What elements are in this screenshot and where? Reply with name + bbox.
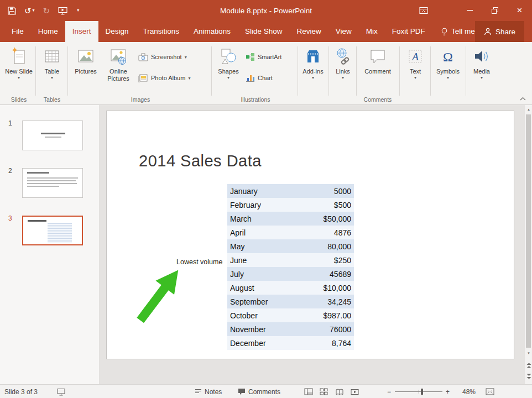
- start-from-beginning-button[interactable]: [58, 7, 67, 15]
- save-button[interactable]: [8, 7, 16, 15]
- ribbon-tab[interactable]: Mix: [359, 21, 385, 42]
- month-cell[interactable]: July: [227, 267, 286, 281]
- slide-thumbnail-1[interactable]: [22, 121, 83, 150]
- month-cell[interactable]: December: [227, 336, 286, 350]
- pictures-button[interactable]: Pictures: [71, 46, 101, 75]
- share-button[interactable]: Share: [475, 21, 524, 42]
- value-cell[interactable]: 80,000: [286, 239, 354, 253]
- ribbon-tab[interactable]: Insert: [65, 21, 98, 42]
- month-cell[interactable]: May: [227, 239, 286, 253]
- online-pictures-button[interactable]: Online Pictures: [103, 46, 134, 82]
- month-cell[interactable]: April: [227, 226, 286, 239]
- undo-caret-icon[interactable]: ▾: [33, 8, 35, 13]
- zoom-out-button[interactable]: −: [387, 385, 391, 398]
- chart-button[interactable]: Chart: [246, 72, 273, 84]
- slide-sorter-view-button[interactable]: [320, 385, 328, 398]
- sales-table[interactable]: January 5000 February $500 March $50,000: [227, 184, 354, 350]
- value-cell[interactable]: 45689: [286, 267, 354, 281]
- minimize-button[interactable]: [457, 0, 482, 21]
- add-ins-button[interactable]: Add-ins ▾: [302, 46, 324, 80]
- month-cell[interactable]: August: [227, 281, 286, 295]
- month-cell[interactable]: February: [227, 198, 286, 212]
- screenshot-button[interactable]: Screenshot ▾: [138, 51, 187, 63]
- slide-title[interactable]: 2014 Sales Data: [139, 152, 262, 170]
- display-settings-icon[interactable]: [57, 385, 65, 398]
- text-button[interactable]: A Text ▾: [404, 46, 427, 80]
- table-row[interactable]: August $10,000: [227, 281, 354, 295]
- media-button[interactable]: Media ▾: [469, 46, 494, 80]
- green-arrow-shape[interactable]: [123, 259, 195, 331]
- links-button[interactable]: Links ▾: [332, 46, 354, 80]
- ribbon-tab[interactable]: Design: [98, 21, 136, 42]
- fit-slide-to-window-button[interactable]: [486, 385, 494, 398]
- value-cell[interactable]: $987.00: [286, 308, 354, 322]
- ribbon-tab[interactable]: View: [328, 21, 359, 42]
- slide-indicator[interactable]: Slide 3 of 3: [4, 385, 38, 398]
- symbols-button[interactable]: Ω Symbols ▾: [434, 46, 462, 80]
- month-cell[interactable]: January: [227, 184, 286, 198]
- zoom-in-button[interactable]: +: [446, 385, 450, 398]
- zoom-slider[interactable]: [395, 385, 442, 398]
- value-cell[interactable]: 5000: [286, 184, 354, 198]
- table-row[interactable]: September 34,245: [227, 295, 354, 308]
- month-cell[interactable]: June: [227, 253, 286, 267]
- restore-button[interactable]: [482, 0, 507, 21]
- slide-thumbnail-2[interactable]: [22, 168, 83, 198]
- customize-qat-button[interactable]: ▾: [76, 8, 79, 13]
- collapse-ribbon-button[interactable]: [518, 95, 528, 102]
- month-cell[interactable]: September: [227, 295, 286, 308]
- table-row[interactable]: June $250: [227, 253, 354, 267]
- next-slide-button[interactable]: [525, 372, 532, 381]
- close-button[interactable]: ×: [507, 0, 532, 21]
- table-row[interactable]: March $50,000: [227, 212, 354, 226]
- ribbon-tab[interactable]: Foxit PDF: [385, 21, 432, 42]
- new-slide-button[interactable]: New Slide ▾: [3, 46, 34, 80]
- table-row[interactable]: July 45689: [227, 267, 354, 281]
- zoom-percentage[interactable]: 48%: [462, 385, 476, 398]
- value-cell[interactable]: $50,000: [286, 212, 354, 226]
- value-cell[interactable]: $500: [286, 198, 354, 212]
- scroll-up-icon[interactable]: ▴: [525, 105, 532, 114]
- table-row[interactable]: April 4876: [227, 226, 354, 239]
- ribbon-tab[interactable]: Animations: [186, 21, 238, 42]
- undo-button[interactable]: ↺▾: [24, 7, 35, 15]
- smartart-button[interactable]: SmartArt: [246, 51, 281, 63]
- table-row[interactable]: May 80,000: [227, 239, 354, 253]
- slide-3[interactable]: 2014 Sales Data January 5000 February $5…: [106, 111, 514, 359]
- scroll-down-icon[interactable]: ▾: [525, 349, 532, 358]
- table-button[interactable]: Table ▾: [39, 46, 65, 80]
- value-cell[interactable]: 34,245: [286, 295, 354, 308]
- table-row[interactable]: November 76000: [227, 322, 354, 336]
- notes-button[interactable]: Notes: [195, 385, 222, 398]
- ribbon-display-options-button[interactable]: [413, 0, 435, 21]
- value-cell[interactable]: 76000: [286, 322, 354, 336]
- value-cell[interactable]: $10,000: [286, 281, 354, 295]
- reading-view-button[interactable]: [335, 385, 344, 398]
- comment-button[interactable]: Comment: [359, 46, 396, 75]
- comments-button[interactable]: Comments: [238, 385, 280, 398]
- table-row[interactable]: February $500: [227, 198, 354, 212]
- photo-album-button[interactable]: Photo Album ▾: [138, 72, 190, 84]
- month-cell[interactable]: March: [227, 212, 286, 226]
- slide-show-view-button[interactable]: [351, 385, 359, 398]
- redo-button[interactable]: ↻: [43, 7, 50, 15]
- table-row[interactable]: October $987.00: [227, 308, 354, 322]
- value-cell[interactable]: 4876: [286, 226, 354, 239]
- ribbon-tab[interactable]: Transitions: [136, 21, 187, 42]
- normal-view-button[interactable]: [304, 385, 313, 398]
- month-cell[interactable]: November: [227, 322, 286, 336]
- shapes-button[interactable]: Shapes ▾: [215, 46, 242, 80]
- vertical-scrollbar[interactable]: ▴ ▾: [524, 105, 532, 384]
- ribbon-tab[interactable]: Slide Show: [238, 21, 290, 42]
- ribbon-tab[interactable]: Home: [31, 21, 65, 42]
- previous-slide-button[interactable]: [525, 361, 532, 370]
- value-cell[interactable]: 8,764: [286, 336, 354, 350]
- table-row[interactable]: January 5000: [227, 184, 354, 198]
- zoom-slider-track[interactable]: [395, 385, 442, 398]
- table-row[interactable]: December 8,764: [227, 336, 354, 350]
- value-cell[interactable]: $250: [286, 253, 354, 267]
- ribbon-tab[interactable]: Review: [289, 21, 328, 42]
- scrollbar-thumb[interactable]: [526, 114, 531, 348]
- zoom-slider-thumb[interactable]: [421, 389, 423, 395]
- month-cell[interactable]: October: [227, 308, 286, 322]
